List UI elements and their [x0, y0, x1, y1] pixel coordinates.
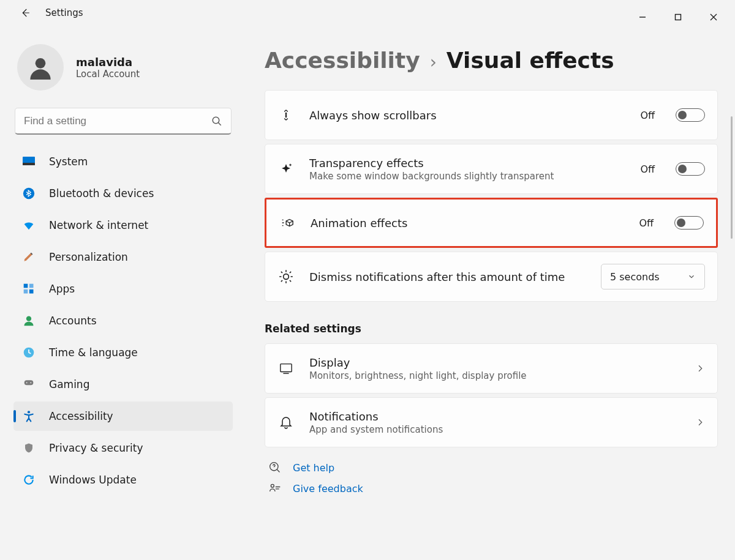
setting-animation-state: Off	[639, 217, 654, 229]
nav-item-bluetooth[interactable]: Bluetooth & devices	[13, 179, 233, 208]
animation-icon	[279, 214, 296, 231]
back-button[interactable]	[17, 5, 33, 21]
give-feedback-label: Give feedback	[293, 483, 363, 495]
account-type: Local Account	[76, 69, 140, 80]
setting-animation-title: Animation effects	[311, 217, 624, 230]
related-display[interactable]: Display Monitors, brightness, night ligh…	[265, 343, 718, 394]
breadcrumb-parent[interactable]: Accessibility	[265, 48, 420, 73]
apps-icon	[22, 282, 36, 296]
breadcrumb: Accessibility › Visual effects	[265, 48, 718, 73]
chevron-down-icon	[687, 272, 696, 281]
minimize-button[interactable]	[625, 5, 660, 29]
bell-icon	[277, 414, 295, 431]
setting-scrollbars-toggle[interactable]	[676, 108, 705, 122]
nav-item-label: Privacy & security	[49, 442, 143, 454]
bluetooth-icon	[22, 187, 36, 200]
nav-item-time[interactable]: Time & language	[13, 338, 233, 367]
avatar	[17, 44, 64, 91]
setting-scrollbars: Always show scrollbars Off	[265, 90, 718, 140]
update-icon	[22, 473, 36, 487]
svg-point-2	[36, 58, 46, 69]
svg-rect-9	[29, 284, 34, 288]
nav-item-system[interactable]: System	[13, 147, 233, 176]
scrollbar-icon	[277, 106, 295, 124]
footer-links: Get help Give feedback	[265, 461, 718, 495]
notification-duration-dropdown[interactable]: 5 seconds	[601, 264, 705, 289]
nav-item-label: Accounts	[49, 315, 97, 327]
setting-animation-toggle[interactable]	[674, 216, 704, 230]
setting-transparency-sub: Make some window backgrounds slightly tr…	[309, 171, 625, 182]
related-notifications-sub: App and system notifications	[309, 424, 680, 435]
search-input[interactable]	[24, 115, 211, 127]
maximize-button[interactable]	[660, 5, 696, 29]
svg-rect-11	[29, 289, 34, 294]
related-notifications-title: Notifications	[309, 410, 680, 423]
sidebar: malavida Local Account System Bluetooth …	[0, 31, 245, 560]
setting-transparency-toggle[interactable]	[676, 162, 705, 176]
nav-item-gaming[interactable]: Gaming	[13, 370, 233, 399]
gamepad-icon	[22, 378, 36, 391]
nav-item-privacy[interactable]: Privacy & security	[13, 433, 233, 463]
system-icon	[22, 155, 36, 168]
nav-item-label: Time & language	[49, 346, 138, 359]
account-block[interactable]: malavida Local Account	[13, 44, 233, 102]
svg-point-20	[285, 116, 286, 117]
chevron-right-icon: ›	[430, 54, 437, 71]
setting-notification-duration-title: Dismiss notifications after this amount …	[309, 271, 586, 283]
chevron-right-icon	[695, 417, 705, 427]
setting-transparency-title: Transparency effects	[309, 157, 625, 170]
get-help-link[interactable]: Get help	[268, 461, 718, 474]
chevron-right-icon	[695, 364, 705, 373]
nav-item-label: Windows Update	[49, 474, 137, 486]
help-icon	[268, 461, 282, 474]
display-icon	[277, 360, 295, 377]
paintbrush-icon	[22, 250, 36, 264]
svg-rect-6	[23, 163, 35, 165]
svg-point-21	[284, 274, 289, 280]
search-icon	[211, 116, 222, 127]
nav-item-label: Apps	[49, 283, 75, 295]
svg-point-17	[28, 411, 30, 413]
nav-list: System Bluetooth & devices Network & int…	[13, 147, 233, 495]
svg-rect-14	[24, 380, 34, 385]
content-area: Accessibility › Visual effects Always sh…	[245, 31, 735, 560]
nav-item-accounts[interactable]: Accounts	[13, 306, 233, 335]
svg-point-16	[30, 382, 31, 383]
clock-globe-icon	[22, 346, 36, 359]
nav-item-apps[interactable]: Apps	[13, 274, 233, 304]
search-box[interactable]	[15, 108, 232, 135]
setting-transparency-state: Off	[640, 163, 655, 175]
svg-point-19	[285, 114, 286, 115]
related-notifications[interactable]: Notifications App and system notificatio…	[265, 397, 718, 447]
dropdown-value: 5 seconds	[610, 271, 660, 283]
nav-item-network[interactable]: Network & internet	[13, 211, 233, 240]
svg-rect-22	[281, 364, 292, 372]
person-icon	[22, 314, 36, 327]
svg-point-25	[271, 484, 274, 487]
nav-item-label: Personalization	[49, 251, 128, 263]
setting-animation: Animation effects Off	[265, 198, 718, 248]
sparkle-icon	[277, 160, 295, 177]
scrollbar[interactable]	[731, 116, 733, 239]
setting-scrollbars-state: Off	[640, 110, 655, 121]
shield-icon	[22, 441, 36, 455]
close-button[interactable]	[696, 5, 731, 29]
nav-item-label: System	[49, 155, 88, 168]
nav-item-label: Network & internet	[49, 219, 148, 231]
nav-item-accessibility[interactable]: Accessibility	[13, 401, 233, 431]
get-help-label: Get help	[293, 462, 334, 474]
svg-rect-10	[24, 289, 28, 294]
nav-item-label: Accessibility	[49, 410, 113, 422]
svg-point-15	[26, 382, 28, 383]
accessibility-icon	[22, 409, 36, 423]
nav-item-label: Gaming	[49, 378, 89, 390]
nav-item-update[interactable]: Windows Update	[13, 465, 233, 495]
related-display-title: Display	[309, 356, 680, 369]
feedback-icon	[268, 482, 282, 495]
related-settings-heading: Related settings	[265, 323, 718, 335]
sun-icon	[277, 268, 295, 285]
window-controls	[625, 5, 735, 29]
setting-transparency: Transparency effects Make some window ba…	[265, 144, 718, 194]
nav-item-personalization[interactable]: Personalization	[13, 242, 233, 272]
give-feedback-link[interactable]: Give feedback	[268, 482, 718, 495]
